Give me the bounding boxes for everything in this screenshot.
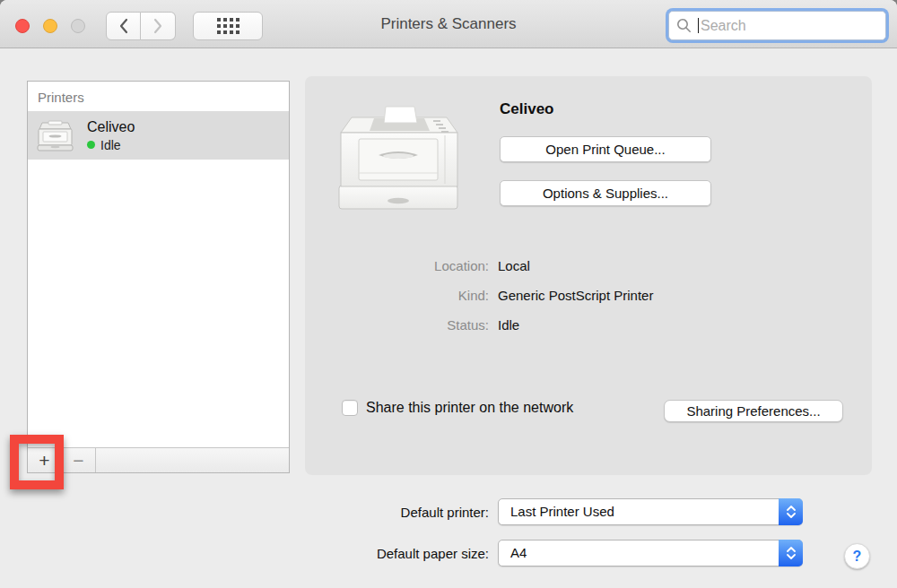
printers-scanners-window: Printers & Scanners Search Printers — [0, 0, 897, 588]
location-label: Location: — [305, 257, 489, 275]
printer-row-text: Celiveo Idle — [87, 119, 135, 152]
search-placeholder: Search — [701, 18, 746, 34]
printer-info: Location: Local Kind: Generic PostScript… — [305, 257, 872, 346]
printer-list-header: Printers — [28, 82, 289, 111]
status-label: Status: — [305, 316, 489, 334]
status-value: Idle — [498, 316, 519, 334]
printer-name: Celiveo — [87, 119, 135, 135]
default-paper-size-label: Default paper size: — [265, 546, 489, 561]
info-row-location: Location: Local — [305, 257, 872, 275]
zoom-button — [71, 19, 85, 33]
share-printer-checkbox[interactable] — [342, 400, 358, 416]
stepper-arrows-icon — [779, 498, 803, 525]
search-icon — [676, 18, 692, 33]
printer-row-celiveo[interactable]: Celiveo Idle — [28, 111, 289, 160]
options-supplies-button[interactable]: Options & Supplies... — [500, 180, 711, 206]
printer-status: Idle — [87, 138, 135, 152]
default-printer-label: Default printer: — [265, 505, 489, 520]
default-paper-size-value: A4 — [510, 540, 527, 566]
minimize-button[interactable] — [43, 19, 57, 33]
default-printer-select[interactable]: Last Printer Used — [498, 498, 803, 525]
printer-image — [332, 91, 466, 216]
show-all-button[interactable] — [193, 12, 263, 40]
search-input[interactable]: Search — [668, 11, 886, 40]
back-button[interactable] — [106, 12, 141, 40]
kind-label: Kind: — [305, 287, 489, 305]
location-value: Local — [498, 257, 530, 275]
forward-button — [141, 12, 176, 40]
default-printer-value: Last Printer Used — [510, 499, 614, 524]
default-paper-size-select[interactable]: A4 — [498, 540, 803, 566]
chevron-right-icon — [152, 17, 163, 35]
printer-detail-panel: Celiveo Open Print Queue... Options & Su… — [305, 76, 872, 475]
titlebar: Printers & Scanners Search — [0, 0, 897, 48]
remove-printer-button[interactable]: − — [62, 448, 96, 472]
chevron-left-icon — [118, 17, 129, 35]
annotation-highlight-box — [10, 435, 64, 489]
printer-status-label: Idle — [100, 138, 121, 152]
printer-icon — [34, 117, 76, 153]
grid-icon — [217, 18, 239, 34]
detail-printer-name: Celiveo — [500, 100, 553, 118]
traffic-lights — [15, 19, 85, 33]
text-cursor — [698, 18, 699, 33]
nav-segmented-control — [106, 12, 176, 40]
share-printer-label: Share this printer on the network — [366, 400, 573, 416]
open-print-queue-button[interactable]: Open Print Queue... — [500, 136, 711, 162]
info-row-kind: Kind: Generic PostScript Printer — [305, 287, 872, 305]
printer-list: Printers Celiveo Idle + − — [27, 81, 290, 473]
help-button[interactable]: ? — [844, 543, 870, 569]
status-dot-icon — [87, 141, 95, 149]
kind-value: Generic PostScript Printer — [498, 287, 653, 305]
share-row: Share this printer on the network — [342, 400, 573, 416]
close-button[interactable] — [15, 19, 30, 33]
stepper-arrows-icon — [779, 540, 803, 566]
sharing-preferences-button[interactable]: Sharing Preferences... — [664, 400, 843, 422]
list-toolbar: + − — [28, 447, 289, 472]
info-row-status: Status: Idle — [305, 316, 872, 334]
